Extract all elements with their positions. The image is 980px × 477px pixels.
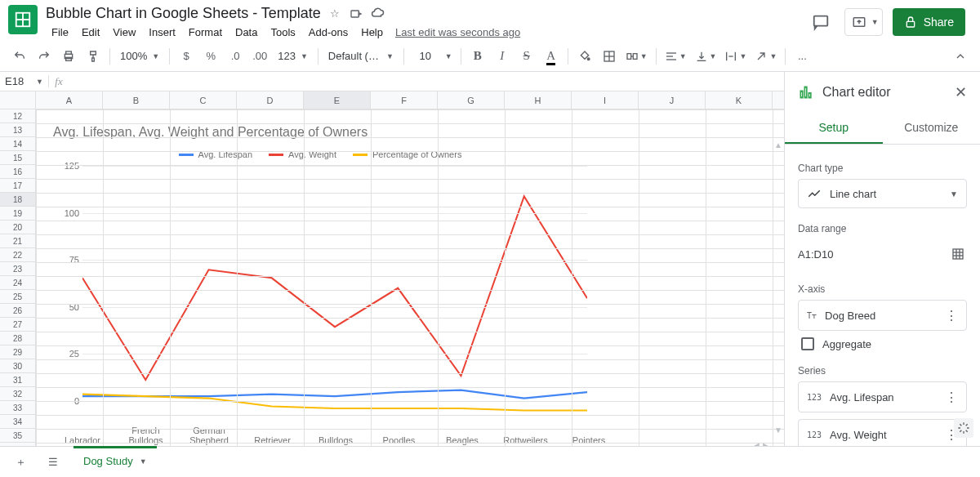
star-icon[interactable]: ☆ bbox=[327, 7, 342, 21]
italic-button[interactable]: I bbox=[491, 45, 514, 68]
h-align-button[interactable]: ▼ bbox=[662, 45, 690, 68]
merge-button[interactable]: ▼ bbox=[622, 45, 651, 68]
currency-button[interactable]: $ bbox=[175, 45, 198, 68]
row-header-26[interactable]: 26 bbox=[0, 304, 35, 318]
cloud-status-icon[interactable] bbox=[370, 7, 385, 21]
undo-button[interactable] bbox=[8, 45, 31, 68]
row-header-34[interactable]: 34 bbox=[0, 415, 35, 429]
menu-addons[interactable]: Add-ons bbox=[303, 24, 354, 41]
menu-edit[interactable]: Edit bbox=[76, 24, 105, 41]
menu-data[interactable]: Data bbox=[229, 24, 263, 41]
col-header-D[interactable]: D bbox=[237, 91, 304, 109]
comments-button[interactable] bbox=[807, 8, 835, 36]
bold-button[interactable]: B bbox=[466, 45, 489, 68]
vertical-scrollbar[interactable]: ▲▼ bbox=[773, 140, 784, 435]
row-header-24[interactable]: 24 bbox=[0, 276, 35, 290]
row-header-33[interactable]: 33 bbox=[0, 401, 35, 415]
menu-view[interactable]: View bbox=[107, 24, 141, 41]
share-button[interactable]: Share bbox=[893, 8, 965, 36]
last-edit-link[interactable]: Last edit was seconds ago bbox=[395, 26, 520, 38]
more-icon[interactable]: ⋮ bbox=[945, 390, 958, 405]
row-header-32[interactable]: 32 bbox=[0, 387, 35, 401]
menu-file[interactable]: File bbox=[46, 24, 74, 41]
col-header-F[interactable]: F bbox=[371, 91, 438, 109]
menu-insert[interactable]: Insert bbox=[143, 24, 181, 41]
col-header-K[interactable]: K bbox=[706, 91, 773, 109]
wrap-button[interactable]: ▼ bbox=[721, 45, 750, 68]
col-header-H[interactable]: H bbox=[505, 91, 572, 109]
v-align-button[interactable]: ▼ bbox=[692, 45, 720, 68]
row-header-22[interactable]: 22 bbox=[0, 248, 35, 262]
more-toolbar-button[interactable]: ... bbox=[791, 45, 813, 68]
increase-decimal-button[interactable]: .00 bbox=[248, 45, 271, 68]
row-headers[interactable]: 1213141516171819202122232425262728293031… bbox=[0, 109, 36, 451]
row-header-12[interactable]: 12 bbox=[0, 109, 35, 123]
col-header-J[interactable]: J bbox=[639, 91, 706, 109]
strikethrough-button[interactable]: S bbox=[515, 45, 538, 68]
menu-help[interactable]: Help bbox=[355, 24, 389, 41]
collapse-toolbar-button[interactable] bbox=[949, 45, 972, 68]
aggregate-checkbox[interactable]: Aggregate bbox=[801, 337, 967, 350]
font-select[interactable]: Default (Ari...▼ bbox=[323, 50, 399, 62]
tab-customize[interactable]: Customize bbox=[883, 113, 981, 144]
formula-bar[interactable] bbox=[69, 72, 784, 91]
row-header-27[interactable]: 27 bbox=[0, 318, 35, 332]
percent-button[interactable]: % bbox=[199, 45, 222, 68]
row-header-29[interactable]: 29 bbox=[0, 345, 35, 359]
sheet-tab-active[interactable]: Dog Study▼ bbox=[74, 450, 157, 475]
row-header-14[interactable]: 14 bbox=[0, 137, 35, 151]
present-button[interactable]: ▼ bbox=[844, 8, 883, 36]
col-header-G[interactable]: G bbox=[438, 91, 505, 109]
series-item[interactable]: 123Avg. Lifespan⋮ bbox=[798, 381, 967, 412]
paint-format-button[interactable] bbox=[82, 45, 105, 68]
fill-color-button[interactable] bbox=[573, 45, 596, 68]
document-title[interactable]: Bubble Chart in Google Sheets - Template bbox=[46, 5, 321, 22]
more-formats-button[interactable]: 123▼ bbox=[273, 50, 313, 62]
row-header-21[interactable]: 21 bbox=[0, 234, 35, 248]
row-header-18[interactable]: 18 bbox=[0, 193, 35, 207]
row-header-13[interactable]: 13 bbox=[0, 123, 35, 137]
chart-type-select[interactable]: Line chart▼ bbox=[798, 179, 967, 208]
redo-button[interactable] bbox=[33, 45, 56, 68]
sheets-logo[interactable] bbox=[8, 5, 38, 34]
more-icon[interactable]: ⋮ bbox=[945, 308, 958, 323]
row-header-31[interactable]: 31 bbox=[0, 373, 35, 387]
row-header-17[interactable]: 17 bbox=[0, 179, 35, 193]
col-header-C[interactable]: C bbox=[170, 91, 237, 109]
zoom-select[interactable]: 100%▼ bbox=[115, 50, 164, 62]
col-header-A[interactable]: A bbox=[36, 91, 103, 109]
row-header-16[interactable]: 16 bbox=[0, 165, 35, 179]
move-icon[interactable] bbox=[349, 7, 363, 21]
row-header-35[interactable]: 35 bbox=[0, 429, 35, 443]
tab-setup[interactable]: Setup bbox=[785, 113, 883, 144]
select-range-button[interactable] bbox=[949, 245, 967, 263]
explore-button[interactable] bbox=[954, 418, 973, 438]
col-header-I[interactable]: I bbox=[572, 91, 639, 109]
borders-button[interactable] bbox=[598, 45, 621, 68]
col-header-E[interactable]: E bbox=[304, 91, 371, 109]
row-header-19[interactable]: 19 bbox=[0, 207, 35, 221]
print-button[interactable] bbox=[57, 45, 80, 68]
menu-format[interactable]: Format bbox=[183, 24, 228, 41]
cells-grid[interactable]: Avg. Lifespan, Avg. Weight and Percentag… bbox=[36, 109, 784, 451]
column-headers[interactable]: ABCDEFGHIJK bbox=[36, 91, 784, 109]
row-header-25[interactable]: 25 bbox=[0, 290, 35, 304]
select-all-corner[interactable] bbox=[0, 91, 36, 109]
row-header-30[interactable]: 30 bbox=[0, 359, 35, 373]
menu-tools[interactable]: Tools bbox=[265, 24, 301, 41]
row-header-15[interactable]: 15 bbox=[0, 151, 35, 165]
data-range-value[interactable]: A1:D10 bbox=[798, 248, 833, 261]
row-header-28[interactable]: 28 bbox=[0, 332, 35, 345]
all-sheets-button[interactable]: ☰ bbox=[41, 450, 65, 475]
text-color-button[interactable]: A bbox=[540, 45, 563, 68]
row-header-20[interactable]: 20 bbox=[0, 221, 35, 234]
font-size-select[interactable]: 10 bbox=[409, 50, 442, 62]
row-header-23[interactable]: 23 bbox=[0, 262, 35, 276]
decrease-decimal-button[interactable]: .0 bbox=[224, 45, 247, 68]
xaxis-field[interactable]: Tᴛ Dog Breed ⋮ bbox=[798, 300, 967, 331]
name-box[interactable]: E18▼ bbox=[0, 75, 49, 87]
close-icon[interactable]: ✕ bbox=[955, 83, 967, 101]
add-sheet-button[interactable]: ＋ bbox=[8, 450, 33, 475]
col-header-B[interactable]: B bbox=[103, 91, 170, 109]
rotate-button[interactable]: ▼ bbox=[751, 45, 780, 68]
